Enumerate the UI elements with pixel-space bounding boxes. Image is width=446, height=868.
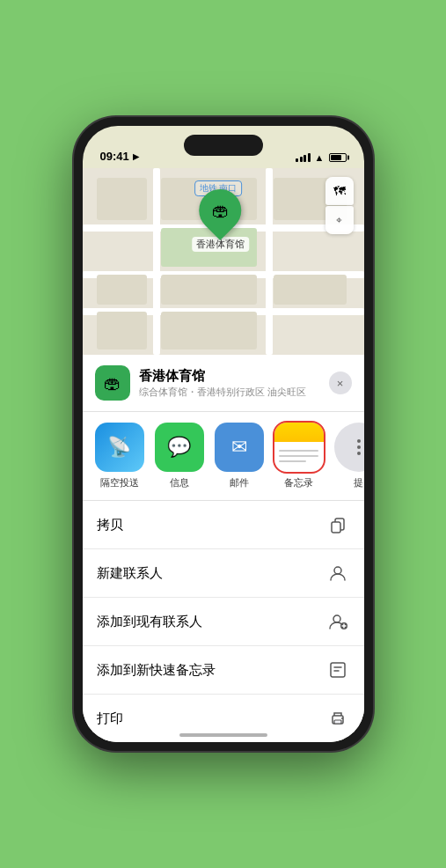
action-print-label: 打印	[97, 710, 123, 727]
notes-lines	[279, 450, 318, 462]
share-notes[interactable]: 备忘录	[274, 423, 324, 489]
pin-circle: 🏟	[190, 180, 250, 240]
battery-fill	[331, 155, 341, 160]
message-icon: 💬	[167, 436, 191, 459]
action-new-contact[interactable]: 新建联系人	[83, 549, 364, 598]
pin-icon: 🏟	[211, 201, 229, 221]
time-display: 09:41	[100, 150, 129, 163]
share-more[interactable]: 提	[334, 423, 364, 489]
copy-icon	[325, 512, 350, 537]
action-copy[interactable]: 拷贝	[83, 501, 364, 549]
signal-icon	[296, 153, 311, 162]
more-label: 提	[354, 476, 363, 489]
dynamic-island	[184, 135, 263, 156]
share-mail[interactable]: ✉ 邮件	[215, 423, 264, 489]
mail-icon-wrap: ✉	[215, 423, 264, 472]
share-airdrop[interactable]: 📡 隔空投送	[95, 423, 144, 489]
phone-screen: 09:41 ▶ ▲	[83, 126, 364, 742]
location-arrow-icon: ▶	[133, 152, 139, 161]
svg-point-2	[334, 567, 341, 574]
bottom-sheet: 🏟 香港体育馆 综合体育馆・香港特别行政区 油尖旺区 × 📡 隔空投送	[83, 355, 364, 742]
venue-description: 综合体育馆・香港特别行政区 油尖旺区	[139, 386, 320, 399]
status-time: 09:41 ▶	[100, 150, 139, 163]
more-dots-icon	[357, 439, 361, 455]
action-list: 拷贝 新建联系人	[83, 501, 364, 742]
map-type-button[interactable]: 🗺	[325, 177, 354, 205]
venue-icon-symbol: 🏟	[104, 373, 121, 394]
close-icon: ×	[337, 377, 344, 390]
wifi-icon: ▲	[315, 152, 325, 163]
share-row: 📡 隔空投送 💬 信息 ✉ 邮件	[83, 412, 364, 501]
share-message[interactable]: 💬 信息	[155, 423, 204, 489]
message-label: 信息	[170, 476, 189, 489]
airdrop-label: 隔空投送	[100, 476, 139, 489]
location-icon: ⌖	[336, 214, 342, 226]
svg-point-3	[333, 615, 340, 622]
message-icon-wrap: 💬	[155, 423, 204, 472]
action-add-notes-label: 添加到新快速备忘录	[97, 662, 216, 679]
phone-frame: 09:41 ▶ ▲	[74, 117, 373, 751]
airdrop-icon: 📡	[107, 436, 131, 459]
venue-info: 香港体育馆 综合体育馆・香港特别行政区 油尖旺区	[139, 368, 320, 399]
airdrop-icon-wrap: 📡	[95, 423, 144, 472]
venue-name: 香港体育馆	[139, 368, 320, 385]
more-icon-wrap	[334, 423, 364, 472]
map-type-icon: 🗺	[333, 184, 346, 198]
svg-rect-1	[332, 522, 340, 533]
venue-icon: 🏟	[95, 365, 130, 401]
notes-label: 备忘录	[284, 476, 313, 489]
add-notes-icon	[325, 658, 350, 682]
add-existing-icon	[325, 609, 350, 634]
action-add-existing-label: 添加到现有联系人	[97, 614, 202, 630]
close-button[interactable]: ×	[329, 371, 352, 394]
location-button[interactable]: ⌖	[325, 206, 354, 234]
svg-rect-7	[334, 720, 341, 724]
status-icons: ▲	[296, 152, 346, 163]
new-contact-icon	[325, 561, 350, 585]
battery-icon	[329, 153, 347, 162]
mail-label: 邮件	[230, 476, 249, 489]
map-controls: 🗺 ⌖	[325, 177, 354, 234]
notes-icon-wrap	[274, 423, 324, 472]
home-indicator	[179, 733, 267, 737]
action-new-contact-label: 新建联系人	[97, 565, 163, 582]
action-copy-label: 拷贝	[97, 517, 123, 533]
svg-point-8	[341, 717, 343, 719]
mail-icon: ✉	[231, 436, 247, 459]
action-add-existing[interactable]: 添加到现有联系人	[83, 598, 364, 646]
action-add-notes[interactable]: 添加到新快速备忘录	[83, 646, 364, 695]
venue-card: 🏟 香港体育馆 综合体育馆・香港特别行政区 油尖旺区 ×	[83, 355, 364, 412]
svg-rect-5	[331, 663, 345, 677]
location-pin: 🏟 香港体育馆	[192, 189, 249, 252]
print-icon	[325, 706, 350, 731]
map-area: 地铁 南口 🗺 ⌖ 🏟 香港体育馆	[83, 168, 364, 355]
